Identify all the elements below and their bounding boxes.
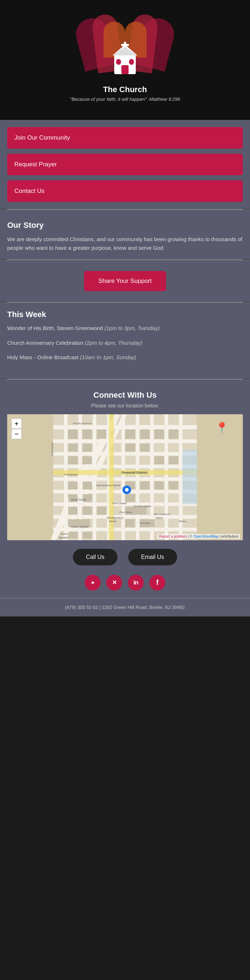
nav-buttons-section: Join Our Community Request Prayer Contac… [0,120,250,209]
hero-section: The Church "Because of your faith, it wi… [0,0,250,120]
svg-text:Bus Crossover: Bus Crossover [154,513,171,515]
svg-rect-32 [68,430,78,439]
svg-rect-23 [122,414,125,540]
event-3-time: (10am to 1pm, Sunday) [80,354,136,360]
church-graphic [75,14,175,79]
svg-text:Montgomery: Montgomery [107,516,123,519]
youtube-icon[interactable] [85,575,101,590]
svg-rect-38 [82,457,92,464]
svg-text:Rinco...: Rinco... [179,520,188,523]
linkedin-icon[interactable]: in [128,575,144,590]
svg-rect-41 [155,430,164,439]
connect-subtitle: Please see our location below. [7,403,243,409]
svg-rect-55 [125,494,135,502]
svg-rect-43 [125,430,135,439]
svg-text:Union Square: Union Square [71,525,89,528]
church-tagline: "Because of your faith, it will happen" … [7,97,243,102]
join-community-button[interactable]: Join Our Community [7,127,243,149]
report-link[interactable]: Report a problem [159,535,187,538]
map-zoom-in-button[interactable]: + [11,418,22,429]
event-item-3: Holy Mass - Online Broadcast (10am to 1p… [7,353,243,362]
svg-rect-64 [82,532,92,538]
svg-rect-5 [129,59,134,65]
svg-text:Street: Street [109,520,117,523]
svg-rect-58 [97,507,106,515]
map-credit: | © [188,535,194,538]
footer: (479) 305 52 62 | 2282 Green Hill Road, … [0,598,250,617]
facebook-icon[interactable]: f [149,575,165,590]
svg-text:Pine Street: Pine Street [112,502,127,505]
svg-rect-36 [82,444,92,452]
svg-point-85 [125,488,128,492]
this-week-title: This Week [7,310,243,319]
svg-rect-37 [68,457,78,464]
event-1-name: Wonder of His Birth, Steven Greenwood [7,325,103,331]
svg-rect-63 [68,532,78,538]
this-week-section: This Week Wonder of His Birth, Steven Gr… [0,302,250,379]
map-container[interactable]: Pacific Avenue Front Street Sacramento S… [7,414,243,540]
map-zoom-out-button[interactable]: − [11,429,22,439]
svg-text:Pacific Avenue: Pacific Avenue [73,422,92,425]
osm-contributors: contributors [220,535,239,538]
svg-rect-50 [140,482,149,490]
osm-link[interactable]: OpenStreetMap [193,535,219,538]
svg-rect-39 [125,444,135,452]
email-us-button[interactable]: Email Us [128,549,177,565]
church-name: The Church [7,85,243,94]
svg-text:Sacramento Street: Sacramento Street [96,484,120,487]
svg-text:Square: Square [59,536,68,539]
svg-text:Pine Street: Pine Street [120,511,132,514]
connect-title: Connect With Us [7,390,243,400]
story-section: Our Story We are deeply committed Christ… [0,210,250,259]
request-prayer-button[interactable]: Request Prayer [7,154,243,175]
svg-text:Signal: Signal [155,517,163,519]
svg-rect-61 [125,519,134,527]
event-item-1: Wonder of His Birth, Steven Greenwood (1… [7,324,243,332]
map-location-pin-icon: 📍 [215,422,228,434]
svg-text:Embarcadero: Embarcadero [134,504,152,508]
svg-rect-48 [82,482,92,490]
svg-rect-56 [68,507,78,515]
svg-rect-47 [68,482,78,490]
call-us-button[interactable]: Call Us [73,549,117,565]
svg-rect-4 [116,59,121,65]
action-buttons-section: Call Us Email Us [0,540,250,571]
map-zoom-controls: + − [11,418,22,439]
svg-rect-26 [165,414,168,540]
event-2-time: (2pm to 4pm, Thursday) [85,340,142,346]
svg-rect-46 [169,457,178,464]
event-1-time: (1pm to 3pm, Tuesday) [104,325,160,331]
hero-logo [75,14,175,79]
event-2-name: Church Anniversary Celebration [7,340,83,346]
svg-rect-57 [82,507,92,515]
support-section: Share Your Support [0,260,250,302]
svg-rect-42 [169,430,178,439]
svg-rect-45 [155,457,164,464]
svg-rect-51 [155,482,164,490]
connect-section: Connect With Us Please see our location … [0,379,250,540]
svg-rect-40 [140,444,149,452]
event-item-2: Church Anniversary Celebration (2pm to 4… [7,339,243,347]
footer-contact-info: (479) 305 52 62 | 2282 Green Hill Road, … [65,605,185,610]
map-attribution: Report a problem | © OpenStreetMap contr… [158,534,240,539]
event-3-name: Holy Mass - Online Broadcast [7,354,78,360]
svg-rect-52 [169,482,178,490]
svg-text:Bush Street: Bush Street [71,498,87,501]
share-support-button[interactable]: Share Your Support [84,271,166,291]
church-building-icon [111,42,139,79]
svg-rect-44 [140,430,149,439]
twitter-x-icon[interactable]: ✕ [106,575,122,590]
svg-rect-35 [68,444,78,452]
map-svg: Pacific Avenue Front Street Sacramento S… [7,414,243,540]
contact-us-button[interactable]: Contact Us [7,180,243,202]
svg-marker-7 [112,47,138,56]
social-row: ✕ in f [0,571,250,598]
svg-rect-83 [182,450,197,504]
svg-rect-24 [136,414,139,540]
story-title: Our Story [7,221,243,230]
svg-rect-3 [122,65,128,74]
svg-text:Front Street: Front Street [51,442,54,455]
svg-text:Union: Union [60,532,68,536]
svg-rect-34 [97,430,106,439]
story-text: We are deeply committed Christians, and … [7,235,243,252]
